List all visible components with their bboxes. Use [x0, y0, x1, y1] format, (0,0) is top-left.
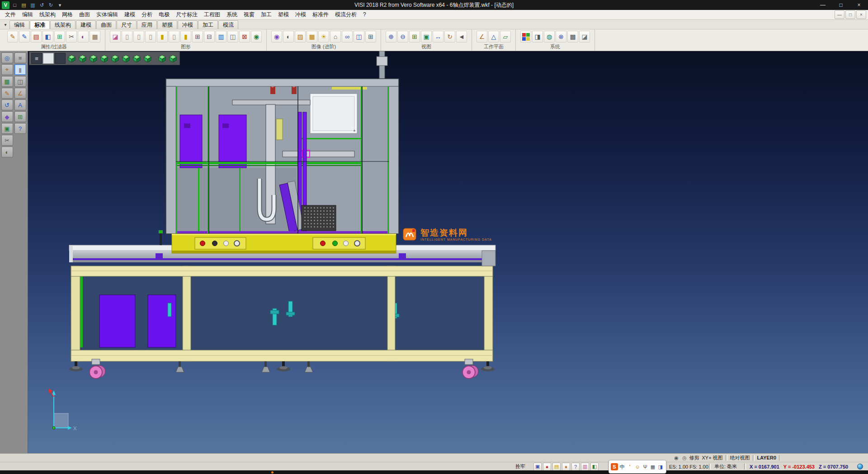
- panels-icon[interactable]: ◫: [14, 76, 26, 87]
- close-document-button[interactable]: ×: [856, 10, 866, 19]
- emoji-icon[interactable]: ☺: [634, 463, 641, 470]
- hatch-icon[interactable]: ▦: [1, 76, 13, 87]
- restore-document-button[interactable]: □: [845, 10, 855, 19]
- menu-item[interactable]: 尺寸标注: [173, 10, 201, 19]
- view-iso3-icon[interactable]: [157, 53, 167, 63]
- plane-icon[interactable]: ▣: [1, 123, 13, 134]
- workplane-view-icon[interactable]: ▱: [500, 31, 511, 43]
- tab-edit[interactable]: 编辑: [9, 20, 29, 29]
- tab-wireframe[interactable]: 线架构: [50, 20, 75, 29]
- menu-item[interactable]: 网格: [59, 10, 76, 19]
- view-back-icon[interactable]: [121, 53, 131, 63]
- machine-enclosure[interactable]: [166, 51, 399, 234]
- select-icon[interactable]: ◎: [1, 52, 13, 63]
- punctuation-icon[interactable]: ’: [626, 463, 633, 470]
- eraser-icon[interactable]: ◪: [110, 31, 121, 43]
- layer-display-icon[interactable]: ▥: [216, 31, 226, 43]
- snap-settings-icon[interactable]: ⊗: [556, 31, 566, 43]
- tab-surface[interactable]: 曲面: [96, 20, 116, 29]
- matrix-icon[interactable]: ▩: [567, 31, 578, 43]
- display-cylinder-icon[interactable]: ▮: [14, 64, 26, 75]
- shade-icon[interactable]: ◐: [1, 147, 13, 157]
- view-left-icon[interactable]: [110, 53, 120, 63]
- status-globe-icon[interactable]: [857, 464, 863, 469]
- view-iso4-icon[interactable]: [168, 53, 178, 63]
- menu-item[interactable]: 电极: [156, 10, 173, 19]
- tab-moldflow[interactable]: 模流: [218, 20, 238, 29]
- highlight-all-icon[interactable]: ▮: [180, 31, 191, 43]
- delete-display-icon[interactable]: ⊠: [239, 31, 250, 43]
- trim-filter-icon[interactable]: ✂: [66, 31, 77, 43]
- zoom-all-icon[interactable]: ▣: [421, 31, 432, 43]
- light-icon[interactable]: ☀: [318, 31, 329, 43]
- zoom-window-icon[interactable]: ⊞: [409, 31, 420, 43]
- highlight-element-icon[interactable]: ▮: [157, 31, 168, 43]
- menu-item[interactable]: 建模: [121, 10, 138, 19]
- viewport-menu-icon[interactable]: ≡: [31, 53, 42, 64]
- folder-icon[interactable]: ▤: [552, 463, 561, 471]
- view-right-icon[interactable]: [99, 53, 109, 63]
- maximize-button[interactable]: □: [832, 0, 850, 10]
- menu-item[interactable]: 视窗: [241, 10, 258, 19]
- rotate-view-icon[interactable]: ↻: [444, 31, 455, 43]
- close-button[interactable]: ×: [850, 0, 868, 10]
- help-icon[interactable]: ?: [571, 463, 580, 471]
- view-top-icon[interactable]: [88, 53, 98, 63]
- menu-item[interactable]: 线架构: [36, 10, 59, 19]
- key-icon[interactable]: ♦: [562, 463, 570, 471]
- workplane-label[interactable]: 绝对视图: [730, 455, 750, 461]
- tab-modeling[interactable]: 建模: [76, 20, 96, 29]
- section-view-icon[interactable]: ◫: [354, 31, 364, 43]
- snap-icon[interactable]: ⌖: [1, 64, 13, 75]
- refresh-display-icon[interactable]: ◉: [251, 31, 262, 43]
- qat-dropdown-icon[interactable]: ▾: [56, 1, 64, 9]
- workplane-standard-icon[interactable]: ∠: [476, 31, 487, 43]
- record-icon[interactable]: ●: [543, 463, 551, 471]
- render-dark-icon[interactable]: [55, 53, 66, 64]
- control-panel[interactable]: [172, 234, 396, 253]
- perspective-icon[interactable]: ◪: [579, 31, 590, 43]
- solid-icon[interactable]: ◆: [1, 111, 13, 122]
- visi-logo[interactable]: V: [2, 1, 9, 9]
- attribute-table-icon[interactable]: ▤: [31, 31, 42, 43]
- soft-keyboard-icon[interactable]: ▦: [649, 463, 656, 470]
- scene-icon[interactable]: ⌂: [330, 31, 341, 43]
- edit-attributes-icon[interactable]: ✎: [7, 31, 18, 43]
- rotate-icon[interactable]: ↺: [1, 100, 13, 110]
- menu-item[interactable]: 塑模: [275, 10, 292, 19]
- cad-model[interactable]: X: [28, 51, 868, 453]
- screen-lock-icon[interactable]: ▣: [533, 463, 542, 471]
- hide-group-icon[interactable]: ⊟: [204, 31, 215, 43]
- view-name-label[interactable]: XY+ 视图: [702, 455, 722, 461]
- menu-item[interactable]: 文件: [2, 10, 19, 19]
- new-doc-icon[interactable]: □: [11, 1, 19, 9]
- shade-filter-icon[interactable]: ◐: [78, 31, 89, 43]
- material-icon[interactable]: ▨: [295, 31, 306, 43]
- render-icon[interactable]: ◉: [271, 31, 282, 43]
- menu-item[interactable]: 模流分析: [332, 10, 360, 19]
- color-palette-icon[interactable]: [520, 31, 531, 43]
- add-filter-icon[interactable]: ⊞: [54, 31, 65, 43]
- menu-item[interactable]: 曲面: [76, 10, 93, 19]
- clip-toggle-icon[interactable]: ◎: [681, 455, 688, 461]
- trim-status-label[interactable]: 修剪: [689, 455, 699, 461]
- pan-icon[interactable]: ↔: [433, 31, 443, 43]
- texture-icon[interactable]: ▦: [307, 31, 317, 43]
- feet-and-casters[interactable]: [69, 359, 495, 379]
- stereo-glasses-icon[interactable]: ∞: [342, 31, 353, 43]
- cad-viewport[interactable]: X ≡ 智造资料网 INTELLIGENT MANUFACTURING DATA: [28, 51, 868, 453]
- zoom-out-icon[interactable]: ⊖: [397, 31, 408, 43]
- menu-item[interactable]: 冲模: [292, 10, 309, 19]
- measure-icon[interactable]: ∠: [14, 88, 26, 99]
- voice-icon[interactable]: Ψ: [642, 463, 649, 470]
- layer-label[interactable]: LAYER0: [757, 455, 776, 460]
- tab-dropdown-button[interactable]: ▾: [1, 20, 9, 29]
- cube-icon[interactable]: ◧: [590, 463, 599, 471]
- world-icon[interactable]: ◍: [544, 31, 555, 43]
- minimize-document-button[interactable]: —: [835, 10, 844, 19]
- render-white-icon[interactable]: [43, 53, 54, 64]
- menu-item[interactable]: 标准件: [309, 10, 332, 19]
- menu-item[interactable]: 实体编辑: [93, 10, 121, 19]
- quick-filter-icon[interactable]: ◧: [42, 31, 53, 43]
- menu-item[interactable]: 分析: [138, 10, 156, 19]
